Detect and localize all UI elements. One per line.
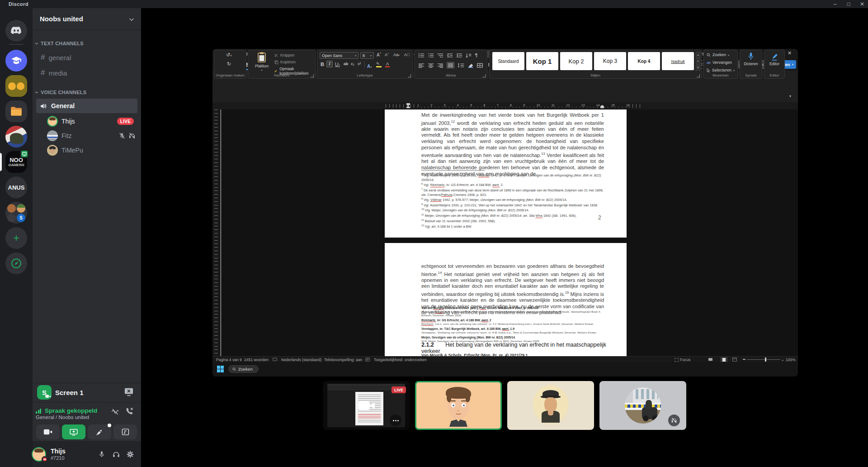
server-icon-soldier[interactable] <box>5 126 27 148</box>
change-case-icon[interactable]: Aa▾ <box>393 52 400 57</box>
cut-button[interactable]: Knippen <box>274 53 294 57</box>
accessibility-status[interactable]: Toegankelijkheid: onderzoeken <box>374 357 427 362</box>
font-size-select[interactable]: 8▾ <box>360 52 374 59</box>
server-header[interactable]: Noobs united <box>33 8 141 30</box>
justify-button-active[interactable] <box>447 62 454 68</box>
voice-location[interactable]: General / Noobs united <box>36 415 89 420</box>
style-card[interactable]: Kop 2 <box>560 52 592 70</box>
undo-icon[interactable]: ↺▾ <box>226 52 232 58</box>
style-card[interactable]: Kop 1 <box>526 52 558 70</box>
channel-general[interactable]: # general <box>41 51 71 64</box>
underline-button[interactable]: U▾ <box>335 62 340 67</box>
user-name[interactable]: Thijs <box>51 448 66 455</box>
line-spacing-icon[interactable] <box>458 63 464 68</box>
pilcrow-icon[interactable]: ¶ <box>475 53 477 58</box>
tile-timepu[interactable] <box>507 381 594 430</box>
font-name-select[interactable]: Open Sans▾ <box>320 52 359 59</box>
language-indicator[interactable]: Nederlands (standaard) <box>281 357 321 362</box>
subscript-button[interactable]: x₂ <box>351 62 354 66</box>
style-card[interactable]: Standaard <box>492 52 524 70</box>
increase-indent-icon[interactable] <box>456 53 462 58</box>
read-mode-icon[interactable] <box>708 357 713 362</box>
maximize-button[interactable]: □ <box>842 0 855 8</box>
tile-screenshare[interactable]: LIVE <box>323 381 410 430</box>
screenshare-view[interactable]: W Automatisch opslaan | ▾ A))) ↺▾ ≈ JUR-… <box>212 49 798 376</box>
style-card[interactable]: Kop 4 <box>628 52 660 70</box>
styles-scroll[interactable]: ▲ ▼ ☰ <box>696 52 700 70</box>
text-prediction[interactable]: Tekstvoorspelling: aan <box>324 357 362 362</box>
channel-media[interactable]: # media <box>41 67 67 79</box>
document-canvas[interactable]: Met de inwerkingtreding van het vierde b… <box>212 110 798 356</box>
style-card[interactable]: Nadruk <box>662 52 694 70</box>
collapse-ribbon-icon[interactable]: ▾ <box>789 94 791 98</box>
dictate-button[interactable]: Dicteren <box>740 52 762 66</box>
tile-more-button[interactable] <box>390 415 401 426</box>
mic-icon[interactable] <box>98 450 106 458</box>
text-effects-icon[interactable]: A▾ <box>367 62 372 70</box>
clear-format-icon[interactable]: A⃬ <box>404 52 410 57</box>
shrink-font-icon[interactable]: Aˇ <box>385 52 389 57</box>
copy-button[interactable]: Kopiëren <box>274 60 296 64</box>
borders-icon[interactable] <box>477 63 483 68</box>
voice-channels-section[interactable]: VOICE CHANNELS <box>34 90 86 95</box>
add-server-button[interactable]: + <box>5 227 27 249</box>
prediction-icon[interactable] <box>365 357 370 362</box>
proofing-icon[interactable] <box>273 357 277 362</box>
highlight-icon[interactable]: ✎ <box>376 62 382 67</box>
superscript-button[interactable]: x² <box>358 62 361 66</box>
group-dm-icon[interactable]: S <box>5 202 27 224</box>
dialog-launcher[interactable] <box>311 74 314 77</box>
dialog-launcher[interactable] <box>482 74 486 77</box>
select-button[interactable]: Selecteren ▾ <box>707 68 735 72</box>
dialog-launcher[interactable] <box>697 74 700 77</box>
replace-button[interactable]: ab Vervangen <box>707 60 732 65</box>
zoom-thumb[interactable] <box>765 357 766 362</box>
activities-button[interactable] <box>88 424 111 439</box>
page-indicator[interactable]: Pagina 4 van 9 <box>216 357 242 362</box>
start-button[interactable] <box>217 366 224 372</box>
noise-suppression-icon[interactable] <box>111 408 119 415</box>
voice-user-thijs[interactable]: Thijs <box>47 115 75 128</box>
focus-button[interactable]: Focus <box>675 357 690 362</box>
align-center-icon[interactable] <box>428 63 434 68</box>
redo-icon[interactable]: ↻ <box>227 61 231 67</box>
camera-button[interactable] <box>36 424 60 439</box>
text-channels-section[interactable]: TEXT CHANNELS <box>34 41 84 46</box>
stop-streaming-icon[interactable] <box>124 387 134 396</box>
italic-button-active[interactable]: I <box>326 61 333 67</box>
web-layout-icon[interactable] <box>732 357 737 362</box>
server-icon-emoji[interactable] <box>5 75 27 97</box>
multilevel-list-icon[interactable] <box>437 53 443 58</box>
voice-user-timepu[interactable]: TiMePu <box>47 144 83 157</box>
horizontal-ruler[interactable]: 12345678910111213141516 <box>212 102 798 110</box>
disconnect-icon[interactable] <box>125 407 134 415</box>
close-button[interactable]: ✕ <box>856 0 868 8</box>
font-color-icon[interactable]: A <box>385 62 390 67</box>
taskbar-search[interactable]: Zoeken <box>228 365 259 373</box>
zoom-slider[interactable] <box>747 359 780 360</box>
home-button[interactable] <box>5 20 27 42</box>
settings-gear-icon[interactable] <box>126 450 134 458</box>
style-card[interactable]: Kop 3 <box>594 52 626 70</box>
server-icon-anus[interactable]: ANUS <box>5 176 27 198</box>
dialog-launcher[interactable] <box>408 74 411 77</box>
soundboard-button[interactable] <box>113 424 137 439</box>
server-icon-school[interactable] <box>5 50 27 71</box>
strikethrough-button[interactable]: ab <box>344 62 348 66</box>
voice-status[interactable]: Spraak gekoppeld <box>45 407 97 414</box>
bold-button[interactable]: B <box>321 62 324 67</box>
paste-button[interactable]: Plakken ▾ <box>253 52 271 71</box>
word-count[interactable]: 2451 woorden <box>244 357 269 362</box>
server-icon-folder[interactable] <box>5 100 27 122</box>
tile-fitz[interactable] <box>599 381 686 430</box>
zoom-out[interactable] <box>743 359 745 360</box>
voice-user-fitz[interactable]: Fitz <box>47 129 72 142</box>
voice-channel-general[interactable]: General <box>36 99 137 113</box>
editor-button[interactable]: Editor <box>764 52 784 66</box>
minimize-button[interactable]: – <box>829 0 841 8</box>
print-layout-icon[interactable] <box>721 357 727 362</box>
find-button[interactable]: Zoeken ▾ <box>707 52 729 57</box>
sort-icon[interactable] <box>466 53 472 58</box>
document-page-1[interactable]: Met de inwerkingtreding van het vierde b… <box>385 110 627 238</box>
document-page-2[interactable]: echtgenoot tot vervreemden en bezwaren v… <box>385 243 627 356</box>
